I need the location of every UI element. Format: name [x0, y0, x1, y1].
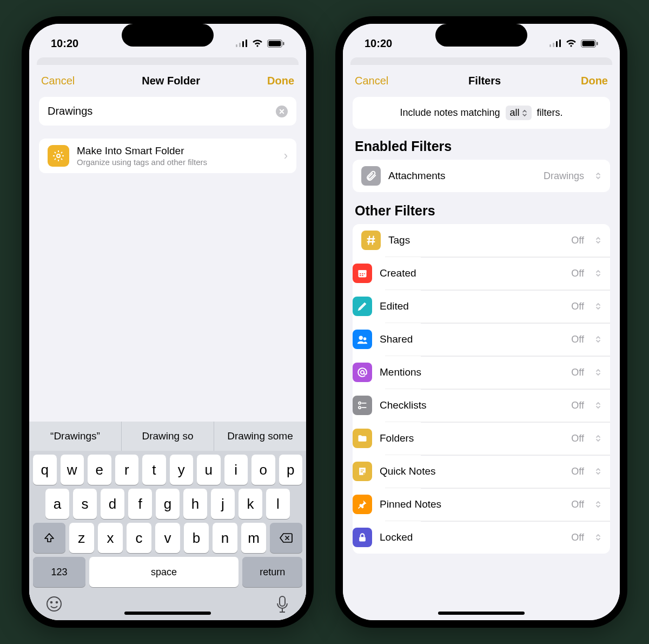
filter-row-folders[interactable]: FoldersOff	[385, 422, 610, 455]
gear-icon	[48, 145, 69, 167]
filter-label: Locked	[380, 531, 564, 543]
key-g[interactable]: g	[156, 489, 180, 519]
emoji-key[interactable]	[45, 595, 63, 614]
attach-icon	[361, 166, 381, 186]
battery-icon	[581, 40, 598, 48]
key-w[interactable]: w	[61, 455, 84, 485]
key-v[interactable]: v	[155, 523, 180, 553]
wifi-icon	[565, 39, 577, 48]
clear-text-icon[interactable]	[276, 106, 288, 117]
key-o[interactable]: o	[251, 455, 275, 485]
smart-folder-title: Make Into Smart Folder	[77, 145, 276, 157]
cancel-button[interactable]: Cancel	[41, 75, 75, 87]
dynamic-island	[435, 24, 527, 47]
numbers-key[interactable]: 123	[33, 557, 85, 587]
cellular-icon	[236, 40, 248, 47]
done-button[interactable]: Done	[581, 75, 608, 87]
key-j[interactable]: j	[211, 489, 235, 519]
home-indicator[interactable]	[438, 612, 525, 615]
svg-rect-23	[364, 273, 365, 274]
key-k[interactable]: k	[239, 489, 262, 519]
key-e[interactable]: e	[88, 455, 111, 485]
match-mode-selector[interactable]: all	[506, 106, 532, 120]
selector-arrows-icon	[595, 500, 601, 509]
key-d[interactable]: d	[101, 489, 124, 519]
home-indicator[interactable]	[124, 612, 211, 615]
filter-value: Off	[571, 433, 584, 444]
filter-label: Tags	[388, 234, 564, 246]
key-q[interactable]: q	[33, 455, 57, 485]
enabled-filters-header: Enabled Filters	[355, 139, 610, 154]
key-c[interactable]: c	[127, 523, 151, 553]
key-f[interactable]: f	[128, 489, 152, 519]
done-button[interactable]: Done	[267, 75, 294, 87]
modal-title: New Folder	[142, 75, 200, 87]
svg-rect-24	[360, 275, 361, 276]
key-y[interactable]: y	[170, 455, 194, 485]
svg-rect-13	[553, 43, 554, 47]
filter-row-mentions[interactable]: MentionsOff	[385, 356, 610, 389]
make-smart-folder-row[interactable]: Make Into Smart Folder Organize using ta…	[39, 139, 296, 173]
key-m[interactable]: m	[241, 523, 266, 553]
filter-value: Off	[571, 466, 584, 477]
include-matching-row: Include notes matching all filters.	[353, 97, 610, 129]
folder-name-row[interactable]	[39, 97, 296, 126]
filter-row-quick-notes[interactable]: Quick NotesOff	[385, 455, 610, 488]
svg-rect-11	[280, 596, 285, 606]
return-key[interactable]: return	[242, 557, 302, 587]
suggestion[interactable]: Drawing so	[121, 422, 214, 451]
filter-row-tags[interactable]: TagsOff	[353, 224, 610, 257]
keyboard[interactable]: “Drawings”Drawing soDrawing some qwertyu…	[29, 422, 306, 620]
suggestion[interactable]: “Drawings”	[29, 422, 121, 451]
mic-key[interactable]	[275, 595, 290, 614]
filter-row-pinned-notes[interactable]: Pinned NotesOff	[385, 488, 610, 521]
key-s[interactable]: s	[73, 489, 97, 519]
filter-value: Drawings	[544, 170, 584, 182]
key-u[interactable]: u	[197, 455, 221, 485]
svg-point-10	[56, 602, 58, 603]
key-i[interactable]: i	[224, 455, 248, 485]
at-icon	[353, 363, 372, 382]
svg-rect-14	[556, 41, 558, 47]
filter-row-locked[interactable]: LockedOff	[385, 521, 610, 554]
key-t[interactable]: t	[142, 455, 166, 485]
svg-point-27	[363, 337, 367, 340]
filter-row-checklists[interactable]: ChecklistsOff	[385, 389, 610, 422]
cellular-icon	[549, 40, 561, 47]
suggestion-bar: “Drawings”Drawing soDrawing some	[29, 422, 306, 451]
filter-value: Off	[571, 400, 584, 411]
filter-value: Off	[571, 235, 584, 246]
key-a[interactable]: a	[45, 489, 69, 519]
filter-row-edited[interactable]: EditedOff	[385, 290, 610, 323]
filter-row-created[interactable]: CreatedOff	[385, 257, 610, 290]
filter-label: Created	[380, 267, 564, 279]
selector-arrows-icon	[595, 533, 601, 542]
key-z[interactable]: z	[69, 523, 94, 553]
key-x[interactable]: x	[98, 523, 123, 553]
wifi-icon	[251, 39, 263, 48]
lock-icon	[353, 528, 372, 547]
battery-icon	[267, 40, 284, 48]
svg-point-8	[47, 597, 61, 611]
chevron-right-icon: ›	[284, 149, 288, 163]
shared-icon	[353, 330, 372, 349]
key-l[interactable]: l	[266, 489, 290, 519]
shift-key[interactable]	[33, 523, 65, 553]
selector-arrows-icon	[595, 302, 601, 311]
key-h[interactable]: h	[183, 489, 207, 519]
space-key[interactable]: space	[89, 557, 239, 587]
cancel-button[interactable]: Cancel	[355, 75, 388, 87]
modal-title: Filters	[468, 75, 501, 87]
key-r[interactable]: r	[115, 455, 139, 485]
key-n[interactable]: n	[213, 523, 237, 553]
key-p[interactable]: p	[279, 455, 303, 485]
filter-row-attachments[interactable]: AttachmentsDrawings	[353, 160, 610, 192]
delete-key[interactable]	[270, 523, 302, 553]
key-b[interactable]: b	[184, 523, 209, 553]
svg-rect-31	[359, 537, 366, 541]
folder-name-input[interactable]	[48, 105, 276, 117]
suggestion[interactable]: Drawing some	[214, 422, 306, 451]
selector-arrows-icon	[595, 467, 601, 476]
filter-row-shared[interactable]: SharedOff	[385, 323, 610, 356]
status-time: 10:20	[365, 37, 392, 50]
